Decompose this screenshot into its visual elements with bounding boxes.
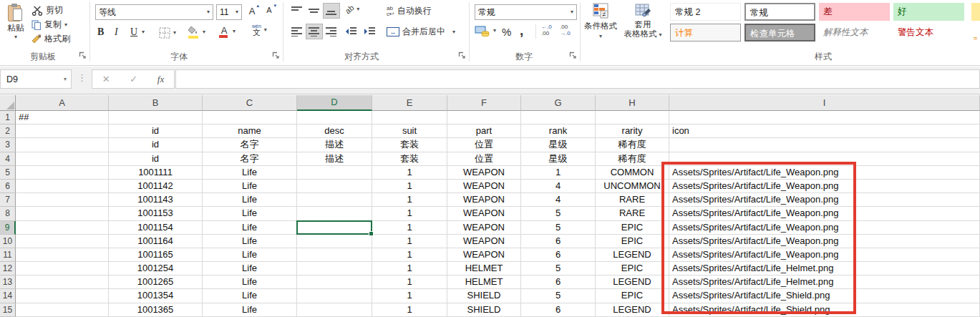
cell-I2[interactable]: icon	[669, 125, 980, 138]
cell-F12[interactable]: HELMET	[447, 262, 521, 275]
cell-F1[interactable]	[447, 111, 521, 125]
cell-H6[interactable]: UNCOMMON	[596, 180, 669, 193]
cell-I5[interactable]: Assets/Sprites/Artifact/Life_Weapon.png	[669, 166, 980, 180]
cell-C6[interactable]: Life	[203, 180, 297, 193]
cell-B3[interactable]: id	[109, 138, 203, 152]
cell-G9[interactable]: 5	[521, 221, 596, 235]
bold-button[interactable]: B	[97, 26, 104, 38]
cell-E13[interactable]: 1	[372, 275, 447, 289]
cell-A2[interactable]	[16, 125, 109, 138]
cell-B1[interactable]	[109, 111, 203, 125]
row-header-5[interactable]: 5	[0, 166, 16, 180]
cell-A7[interactable]	[16, 193, 109, 207]
cell-G10[interactable]: 6	[521, 235, 596, 248]
cell-D15[interactable]	[297, 303, 372, 317]
comma-style-button[interactable]: ,	[520, 23, 523, 39]
alignment-dialog-launcher-icon[interactable]	[458, 52, 467, 60]
cell-I15[interactable]: Assets/Sprites/Artifact/Life_Shield.png	[669, 303, 980, 317]
cell-C12[interactable]: Life	[203, 262, 297, 275]
cell-A1[interactable]: ##	[16, 111, 109, 125]
cell-C11[interactable]: Life	[203, 248, 297, 262]
cell-A8[interactable]	[16, 207, 109, 220]
decrease-indent-button[interactable]	[344, 24, 359, 39]
cell-I9[interactable]: Assets/Sprites/Artifact/Life_Weapon.png	[669, 221, 980, 235]
cell-F13[interactable]: HELMET	[447, 275, 521, 289]
cell-D10[interactable]	[297, 235, 372, 248]
cell-E1[interactable]	[372, 111, 447, 125]
cell-B6[interactable]: 1001142	[109, 180, 203, 193]
cell-style-neutral-sliver[interactable]	[971, 3, 980, 21]
align-right-button[interactable]	[324, 24, 339, 39]
row-header-14[interactable]: 14	[0, 289, 16, 303]
cell-G2[interactable]: rank	[521, 125, 596, 138]
row-header-3[interactable]: 3	[0, 138, 16, 152]
cell-F5[interactable]: WEAPON	[447, 166, 521, 180]
cell-D4[interactable]: 描述	[297, 152, 372, 166]
cell-style-bad[interactable]: 差	[819, 3, 890, 21]
align-left-button[interactable]	[289, 24, 305, 39]
row-header-8[interactable]: 8	[0, 207, 16, 220]
cell-F9[interactable]: WEAPON	[447, 221, 521, 235]
cell-G4[interactable]: 星级	[521, 152, 596, 166]
column-header-I[interactable]: I	[669, 95, 980, 111]
cell-H8[interactable]: RARE	[596, 207, 669, 220]
cell-F8[interactable]: WEAPON	[447, 207, 521, 220]
cell-E15[interactable]: 1	[372, 303, 447, 317]
wrap-text-button[interactable]: abc↩ 自动换行	[387, 5, 432, 17]
cell-C8[interactable]: Life	[203, 207, 297, 220]
cell-C4[interactable]: 名字	[203, 152, 297, 166]
cell-F6[interactable]: WEAPON	[447, 180, 521, 193]
cell-C1[interactable]	[203, 111, 297, 125]
cell-C7[interactable]: Life	[203, 193, 297, 207]
cell-B14[interactable]: 1001354	[109, 289, 203, 303]
number-dialog-launcher-icon[interactable]	[569, 52, 578, 60]
cell-style-calculation[interactable]: 计算	[670, 24, 741, 42]
cell-H15[interactable]: LEGEND	[596, 303, 669, 317]
cell-H14[interactable]: EPIC	[596, 289, 669, 303]
cell-I3[interactable]	[669, 138, 980, 152]
cell-H4[interactable]: 稀有度	[596, 152, 669, 166]
number-format-combo[interactable]: 常规 ▾	[475, 4, 577, 20]
cell-B9[interactable]: 1001154	[109, 221, 203, 235]
copy-button[interactable]: 复制 ▾	[31, 19, 67, 31]
percent-style-button[interactable]: %	[502, 26, 511, 38]
cell-style-check-cell[interactable]: 检查单元格	[744, 24, 815, 42]
cell-F14[interactable]: SHIELD	[447, 289, 521, 303]
cell-G1[interactable]	[521, 111, 596, 125]
row-header-4[interactable]: 4	[0, 152, 16, 166]
align-top-button[interactable]	[289, 4, 305, 18]
format-painter-button[interactable]: 格式刷	[31, 33, 70, 45]
cell-B8[interactable]: 1001153	[109, 207, 203, 220]
borders-button[interactable]: ▾	[159, 27, 176, 39]
cell-B5[interactable]: 1001111	[109, 166, 203, 180]
align-center-button[interactable]	[306, 24, 322, 39]
cell-H13[interactable]: LEGEND	[596, 275, 669, 289]
cell-H9[interactable]: EPIC	[596, 221, 669, 235]
cell-I7[interactable]: Assets/Sprites/Artifact/Life_Weapon.png	[669, 193, 980, 207]
row-header-13[interactable]: 13	[0, 275, 16, 289]
cell-C5[interactable]: Life	[203, 166, 297, 180]
cell-F11[interactable]: WEAPON	[447, 248, 521, 262]
column-header-G[interactable]: G	[521, 95, 596, 111]
cell-D7[interactable]	[297, 193, 372, 207]
cell-I13[interactable]: Assets/Sprites/Artifact/Life_Helmet.png	[669, 275, 980, 289]
cell-C9[interactable]: Life	[203, 221, 297, 235]
cell-G12[interactable]: 5	[521, 262, 596, 275]
cell-H1[interactable]	[596, 111, 669, 125]
cell-D11[interactable]	[297, 248, 372, 262]
cell-E9[interactable]: 1	[372, 221, 447, 235]
cell-H7[interactable]: RARE	[596, 193, 669, 207]
font-size-combo[interactable]: 11 ▾	[216, 4, 242, 20]
cell-G15[interactable]: 6	[521, 303, 596, 317]
cell-A14[interactable]	[16, 289, 109, 303]
phonetic-guide-button[interactable]: wén 文 ▾	[252, 24, 267, 36]
cell-A11[interactable]	[16, 248, 109, 262]
column-header-B[interactable]: B	[109, 95, 203, 111]
formula-bar-resize-handle[interactable]: ⋮	[77, 72, 87, 83]
cell-I4[interactable]	[669, 152, 980, 166]
cell-D13[interactable]	[297, 275, 372, 289]
cell-B12[interactable]: 1001254	[109, 262, 203, 275]
cell-D9[interactable]	[297, 221, 372, 235]
cell-C2[interactable]: name	[203, 125, 297, 138]
column-header-C[interactable]: C	[203, 95, 297, 111]
